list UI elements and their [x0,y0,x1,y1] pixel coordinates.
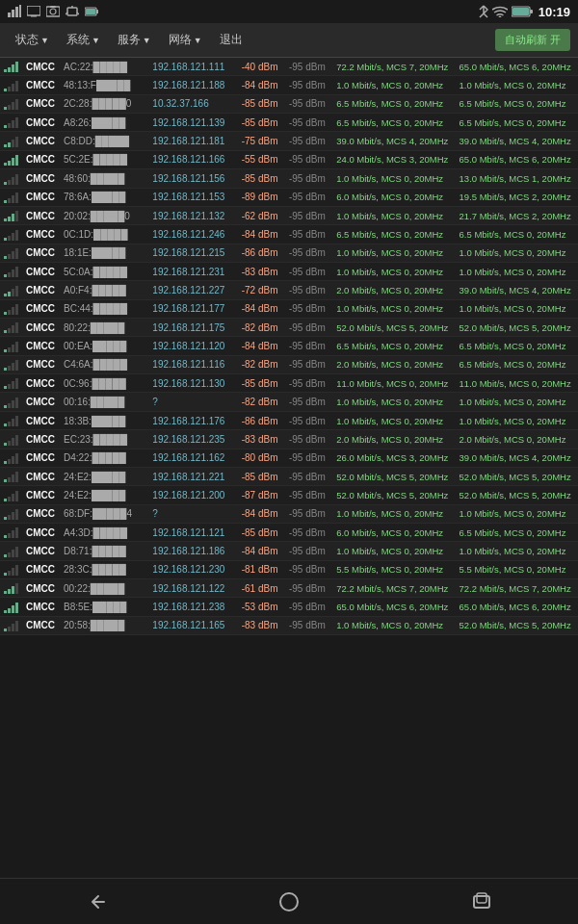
mac-cell: 0C:96:█████ [60,374,148,393]
menu-network[interactable]: 网络▼ [161,28,210,52]
table-row[interactable]: CMCC00:16:█████?-82 dBm-95 dBm1.0 Mbit/s… [0,393,578,411]
signal-cell: -84 dBm [238,337,285,355]
wifi-bars-icon [4,80,18,91]
table-row[interactable]: CMCCA4:3D:█████192.168.121.121-85 dBm-95… [0,523,578,541]
noise-cell: -95 dBm [285,281,332,299]
tx-cell: 6.5 Mbit/s, MCS 0, 20MHz [332,225,455,244]
mac-cell: 00:16:█████ [60,393,148,411]
menu-service[interactable]: 服务▼ [110,28,159,52]
signal-cell: -82 dBm [238,393,285,411]
recents-button[interactable] [453,885,511,919]
table-row[interactable]: CMCC20:58:█████192.168.121.165-83 dBm-95… [0,616,578,634]
table-row[interactable]: CMCCBC:44:█████192.168.121.177-84 dBm-95… [0,299,578,318]
ssid-cell: CMCC [22,542,60,560]
table-row[interactable]: CMCC0C:1D:█████192.168.121.246-84 dBm-95… [0,225,578,244]
table-row[interactable]: CMCC2C:28:█████010.32.37.166-85 dBm-95 d… [0,94,578,113]
ssid-cell: CMCC [22,76,60,94]
mac-cell: D4:22:█████ [60,449,148,467]
tx-cell: 52.0 Mbit/s, MCS 5, 20MHz [332,319,455,337]
noise-cell: -95 dBm [285,542,332,560]
wifi-bars-icon [4,154,18,166]
noise-cell: -95 dBm [285,616,332,634]
ssid-cell: CMCC [22,188,60,206]
table-row[interactable]: CMCC5C:0A:█████192.168.121.231-83 dBm-95… [0,262,578,280]
auto-refresh-button[interactable]: 自动刷新 开 [495,29,570,51]
menu-exit[interactable]: 退出 [212,28,250,52]
mac-cell: 28:3C:█████ [60,560,148,578]
mac-cell: C8:DD:█████ [60,132,148,150]
table-row[interactable]: CMCCA0:F4:█████192.168.121.227-72 dBm-95… [0,281,578,299]
rx-cell: 21.7 Mbit/s, MCS 2, 20MHz [456,206,578,224]
table-row[interactable]: CMCCD8:71:█████192.168.121.186-84 dBm-95… [0,542,578,560]
tx-cell: 1.0 Mbit/s, MCS 0, 20MHz [332,411,455,429]
table-row[interactable]: CMCCAC:22:█████192.168.121.111-40 dBm-95… [0,58,578,76]
mac-cell: BC:44:█████ [60,299,148,318]
mac-cell: 5C:0A:█████ [60,262,148,280]
table-row[interactable]: CMCC80:22:█████192.168.121.175-82 dBm-95… [0,319,578,337]
noise-cell: -95 dBm [285,523,332,541]
svg-rect-19 [512,8,529,15]
mac-cell: 18:1E:█████ [60,244,148,262]
ip-cell: 192.168.121.121 [148,523,237,541]
mac-cell: 18:3B:█████ [60,411,148,429]
table-row[interactable]: CMCC48:60:█████192.168.121.156-85 dBm-95… [0,169,578,188]
table-row[interactable]: CMCC24:E2:█████192.168.121.221-85 dBm-95… [0,467,578,485]
ssid-cell: CMCC [22,449,60,467]
back-button[interactable] [67,885,125,919]
tx-cell: 2.0 Mbit/s, MCS 0, 20MHz [332,281,455,299]
rx-cell: 1.0 Mbit/s, MCS 0, 20MHz [456,244,578,262]
table-row[interactable]: CMCC78:6A:█████192.168.121.153-89 dBm-95… [0,188,578,206]
table-row[interactable]: CMCCC4:6A:█████192.168.121.116-82 dBm-95… [0,355,578,373]
signal-cell: -89 dBm [238,188,285,206]
signal-strength-cell [0,206,22,224]
rx-cell: 1.0 Mbit/s, MCS 0, 20MHz [456,299,578,318]
menu-status[interactable]: 状态▼ [8,28,57,52]
svg-rect-15 [86,9,95,14]
wifi-bars-icon [4,247,18,259]
wifi-status-icon [492,6,508,17]
rx-cell: 65.0 Mbit/s, MCS 6, 20MHz [456,58,578,76]
rx-cell: 1.0 Mbit/s, MCS 0, 20MHz [456,262,578,280]
svg-rect-3 [19,5,21,17]
svg-rect-2 [15,7,18,17]
signal-strength-cell [0,299,22,318]
menu-system[interactable]: 系统▼ [59,28,108,52]
wifi-bars-icon [4,452,18,464]
rx-cell: 5.5 Mbit/s, MCS 0, 20MHz [456,560,578,578]
table-row[interactable]: CMCC68:DF:█████4?-84 dBm-95 dBm1.0 Mbit/… [0,504,578,523]
signal-cell: -86 dBm [238,244,285,262]
wifi-bars-icon [4,321,18,333]
table-row[interactable]: CMCC48:13:F█████192.168.121.188-84 dBm-9… [0,76,578,94]
table-row[interactable]: CMCCA8:26:█████192.168.121.139-85 dBm-95… [0,114,578,132]
mac-cell: 68:DF:█████4 [60,504,148,523]
table-row[interactable]: CMCC20:02:█████0192.168.121.132-62 dBm-9… [0,206,578,224]
mac-cell: 48:13:F█████ [60,76,148,94]
table-row[interactable]: CMCC18:1E:█████192.168.121.215-86 dBm-95… [0,244,578,262]
signal-strength-cell [0,411,22,429]
rx-cell: 52.0 Mbit/s, MCS 5, 20MHz [456,467,578,485]
tx-cell: 1.0 Mbit/s, MCS 0, 20MHz [332,616,455,634]
ssid-cell: CMCC [22,393,60,411]
mac-cell: AC:22:█████ [60,58,148,76]
signal-strength-cell [0,616,22,634]
table-row[interactable]: CMCCB8:5E:█████192.168.121.238-53 dBm-95… [0,598,578,616]
home-button[interactable] [260,885,318,919]
table-row[interactable]: CMCC5C:2E:█████192.168.121.166-55 dBm-95… [0,150,578,168]
table-row[interactable]: CMCC00:EA:█████192.168.121.120-84 dBm-95… [0,337,578,355]
table-row[interactable]: CMCC0C:96:█████192.168.121.130-85 dBm-95… [0,374,578,393]
table-row[interactable]: CMCC24:E2:█████192.168.121.200-87 dBm-95… [0,486,578,504]
ip-cell: 192.168.121.215 [148,244,237,262]
noise-cell: -95 dBm [285,225,332,244]
table-row[interactable]: CMCCC8:DD:█████192.168.121.181-75 dBm-95… [0,132,578,150]
wifi-bars-icon [4,285,18,296]
table-row[interactable]: CMCCD4:22:█████192.168.121.162-80 dBm-95… [0,449,578,467]
table-row[interactable]: CMCC18:3B:█████192.168.121.176-86 dBm-95… [0,411,578,429]
wifi-bars-icon [4,377,18,389]
table-row[interactable]: CMCC28:3C:█████192.168.121.230-81 dBm-95… [0,560,578,578]
signal-cell: -83 dBm [238,430,285,449]
ip-cell: 192.168.121.132 [148,206,237,224]
table-row[interactable]: CMCCEC:23:█████192.168.121.235-83 dBm-95… [0,430,578,449]
wifi-bars-icon [4,582,18,594]
rx-cell: 6.5 Mbit/s, MCS 0, 20MHz [456,355,578,373]
table-row[interactable]: CMCC00:22:█████192.168.121.122-61 dBm-95… [0,579,578,598]
